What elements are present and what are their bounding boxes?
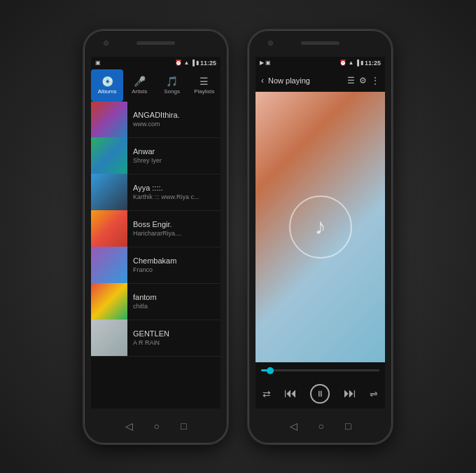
progress-track[interactable] <box>261 369 379 371</box>
phone-left-top-bar <box>84 30 227 57</box>
phone-right-top-bar <box>248 30 392 57</box>
next-button[interactable]: ⏭ <box>344 386 356 401</box>
list-item[interactable]: Boss Engir. HarichararRiya.... <box>91 211 220 247</box>
album-title-6: fantom <box>133 293 215 301</box>
play-status-icon: ▶ <box>260 60 264 66</box>
repeat-button[interactable]: ⇄ <box>262 388 271 399</box>
recents-nav-icon-r[interactable]: □ <box>345 420 351 432</box>
tab-albums-label: Albums <box>98 88 117 95</box>
album-subtitle-2: Shrey Iyer <box>133 157 215 164</box>
album-subtitle-4: HarichararRiya.... <box>133 230 215 237</box>
playback-controls: ⇄ ⏮ ⏸ ⏭ ⇌ <box>255 379 385 409</box>
artists-icon: 🎤 <box>134 76 146 87</box>
album-title-5: Chembakam <box>133 256 215 265</box>
now-playing-title: Now playing <box>268 76 343 85</box>
battery-icon-r: ▮ <box>360 60 363 66</box>
home-nav-icon[interactable]: ○ <box>154 420 160 432</box>
phone-right: ▶ ▣ ⏰ ▲ ▐ ▮ 11:25 ‹ Now playing ☰ ⚙ ⋮ <box>248 30 392 444</box>
camera-dot-right <box>268 41 273 46</box>
album-subtitle-1: www.com <box>133 121 215 128</box>
more-options-icon[interactable]: ⋮ <box>371 76 379 85</box>
album-info-6: fantom chitla <box>127 293 220 310</box>
list-item[interactable]: GENTLEN A R RAiN <box>91 320 220 357</box>
list-item[interactable]: Chembakam Franco <box>91 247 220 284</box>
shuffle-button[interactable]: ⇌ <box>370 388 378 399</box>
battery-icon: ▮ <box>196 60 199 66</box>
album-art-area: ♪ <box>255 92 385 362</box>
music-note-icon: ♪ <box>315 214 326 240</box>
album-thumb-5 <box>91 247 127 283</box>
status-bar-right: ▶ ▣ ⏰ ▲ ▐ ▮ 11:25 <box>255 57 385 69</box>
tab-songs-label: Songs <box>164 88 180 95</box>
speaker-bar <box>136 41 175 45</box>
play-pause-button[interactable]: ⏸ <box>310 384 330 404</box>
back-nav-icon-r[interactable]: ◁ <box>290 420 298 432</box>
progress-area[interactable] <box>255 362 385 379</box>
album-title-4: Boss Engir. <box>133 220 215 228</box>
list-item[interactable]: fantom chitla <box>91 284 220 320</box>
home-nav-icon-r[interactable]: ○ <box>318 420 324 432</box>
status-icons-right2: ⏰ ▲ ▐ ▮ 11:25 <box>340 60 381 67</box>
recents-nav-icon[interactable]: □ <box>181 420 186 432</box>
list-item[interactable]: ANGADIthira. www.com <box>91 102 220 138</box>
back-nav-icon[interactable]: ◁ <box>125 420 133 432</box>
album-thumb-7 <box>91 320 127 356</box>
tab-artists-label: Artists <box>132 88 147 95</box>
tab-playlists-label: Playlists <box>194 88 214 95</box>
alarm-icon: ⏰ <box>175 60 182 66</box>
album-info-2: Anwar Shrey Iyer <box>127 147 220 164</box>
album-subtitle-5: Franco <box>133 266 215 273</box>
portrait-icon: ▣ <box>95 60 101 66</box>
signal-icon: ▐ <box>190 60 195 66</box>
albums-icon: 💿 <box>102 76 113 87</box>
now-playing-header-icons: ☰ ⚙ ⋮ <box>347 76 379 85</box>
album-thumb-2 <box>91 137 127 174</box>
tab-artists[interactable]: 🎤 Artists <box>123 69 155 102</box>
tab-albums[interactable]: 💿 Albums <box>91 69 123 102</box>
status-time: 11:25 <box>200 60 216 67</box>
list-icon[interactable]: ☰ <box>347 76 355 85</box>
list-item[interactable]: Anwar Shrey Iyer <box>91 138 220 174</box>
phone-left: ▣ ⏰ ▲ ▐ ▮ 11:25 💿 Albums 🎤 Artists 🎵 <box>84 30 227 444</box>
album-thumb-1 <box>91 102 127 138</box>
album-title-2: Anwar <box>133 147 215 156</box>
album-title-3: Ayya ::::. <box>133 184 215 192</box>
progress-thumb[interactable] <box>267 367 274 374</box>
status-bar-right-left: ▶ ▣ <box>260 60 337 66</box>
equalizer-icon[interactable]: ⚙ <box>359 76 367 85</box>
album-title-1: ANGADIthira. <box>133 111 215 119</box>
alarm-icon-r: ⏰ <box>340 60 346 66</box>
now-playing-header: ‹ Now playing ☰ ⚙ ⋮ <box>255 69 385 92</box>
tab-playlists[interactable]: ☰ Playlists <box>188 69 220 102</box>
album-thumb-4 <box>91 210 127 247</box>
status-bar-left-icons: ▣ <box>95 60 173 66</box>
album-thumb-6 <box>91 283 127 320</box>
album-info-4: Boss Engir. HarichararRiya.... <box>127 220 220 237</box>
status-icons-right: ⏰ ▲ ▐ ▮ 11:25 <box>175 60 216 67</box>
album-info-1: ANGADIthira. www.com <box>127 111 220 128</box>
signal-icon-r: ▐ <box>355 60 359 66</box>
tab-songs[interactable]: 🎵 Songs <box>156 69 188 102</box>
album-info-3: Ayya ::::. Karthik ::: www.Riya c... <box>127 184 220 200</box>
music-circle: ♪ <box>289 196 352 259</box>
playlists-icon: ☰ <box>200 76 209 87</box>
album-list: ANGADIthira. www.com Anwar Shrey Iyer Ay… <box>91 102 220 409</box>
phone-left-screen: ▣ ⏰ ▲ ▐ ▮ 11:25 💿 Albums 🎤 Artists 🎵 <box>91 57 220 409</box>
album-subtitle-3: Karthik ::: www.Riya c... <box>133 193 215 200</box>
album-subtitle-6: chitla <box>133 303 215 310</box>
album-subtitle-7: A R RAiN <box>133 339 215 346</box>
album-info-7: GENTLEN A R RAiN <box>127 329 220 346</box>
songs-icon: 🎵 <box>166 76 178 87</box>
wifi-icon: ▲ <box>183 60 189 66</box>
phone-right-bottom-bar: ◁ ○ □ <box>248 409 392 444</box>
phone-left-bottom-bar: ◁ ○ □ <box>84 409 227 444</box>
status-bar-left: ▣ ⏰ ▲ ▐ ▮ 11:25 <box>91 57 220 69</box>
previous-button[interactable]: ⏮ <box>284 386 297 401</box>
album-title-7: GENTLEN <box>133 329 215 338</box>
back-button[interactable]: ‹ <box>261 76 264 85</box>
phone-right-screen: ▶ ▣ ⏰ ▲ ▐ ▮ 11:25 ‹ Now playing ☰ ⚙ ⋮ <box>255 57 385 409</box>
image-status-icon: ▣ <box>265 60 271 66</box>
tab-bar: 💿 Albums 🎤 Artists 🎵 Songs ☰ Playlists <box>91 69 220 102</box>
list-item[interactable]: Ayya ::::. Karthik ::: www.Riya c... <box>91 174 220 211</box>
album-thumb-3 <box>91 174 127 210</box>
